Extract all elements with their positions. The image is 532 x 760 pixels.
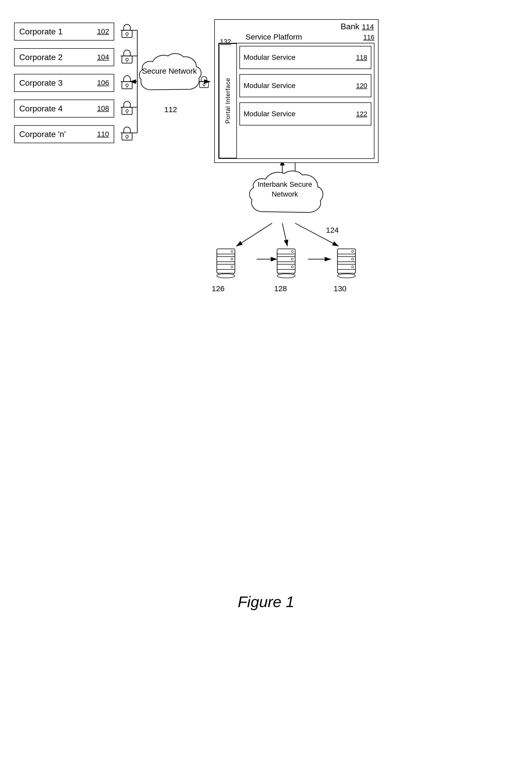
corporate-1-ref: 102 [97, 27, 109, 36]
svg-point-52 [277, 274, 295, 278]
svg-point-33 [203, 83, 205, 86]
modular-service-120-ref: 120 [356, 82, 367, 90]
svg-rect-38 [217, 264, 235, 269]
corporate-n-ref: 110 [97, 130, 109, 138]
bank-header: Bank 114 [341, 22, 374, 31]
lock-4-icon [118, 99, 136, 117]
svg-rect-36 [217, 249, 235, 254]
bank-outer-box: Bank 114 Service Platform 116 Portal Int… [214, 19, 378, 163]
svg-rect-45 [277, 249, 295, 254]
ref-124: 124 [326, 226, 339, 234]
bank-label: Bank [341, 22, 359, 31]
service-platform-header: Service Platform 116 [246, 32, 374, 41]
svg-point-21 [126, 58, 128, 61]
ref-130: 130 [334, 284, 347, 293]
svg-line-13 [282, 223, 287, 246]
svg-line-12 [236, 223, 272, 246]
service-platform-ref: 116 [363, 33, 374, 41]
corporate-3-box: Corporate 3 106 [14, 74, 114, 92]
secure-network-label: Secure Network [139, 67, 200, 75]
ref-128: 128 [274, 284, 287, 293]
corporate-3-ref: 106 [97, 79, 109, 87]
svg-point-27 [126, 110, 128, 112]
lock-cloud-icon [196, 74, 212, 90]
svg-rect-46 [277, 257, 295, 262]
diagram-container: Corporate 1 102 Corporate 2 104 Corporat… [0, 0, 532, 641]
portal-interface-box: Portal Interface [219, 43, 237, 158]
bank-ref: 114 [362, 23, 374, 31]
svg-rect-56 [337, 264, 356, 269]
corporate-4-ref: 108 [97, 104, 109, 113]
corporate-2-ref: 104 [97, 53, 109, 61]
corporate-4-box: Corporate 4 108 [14, 100, 114, 118]
modular-service-118-label: Modular Service [244, 53, 354, 62]
svg-point-24 [126, 84, 128, 86]
bank-inner-box: Portal Interface 132 Modular Service 118… [218, 43, 374, 159]
modular-service-118-ref: 118 [356, 54, 367, 62]
server-128-icon [271, 244, 304, 282]
portal-ref: 132 [220, 38, 231, 46]
interbank-label: Interbank SecureNetwork [250, 180, 319, 199]
corporate-n-box: Corporate 'n' 110 [14, 125, 114, 143]
svg-rect-54 [337, 249, 356, 254]
server-126-icon [211, 244, 244, 282]
corporate-2-box: Corporate 2 104 [14, 48, 114, 66]
lock-n-icon [118, 125, 136, 143]
ref-112: 112 [164, 105, 177, 114]
lock-2-icon [118, 48, 136, 66]
svg-point-43 [217, 274, 235, 278]
ref-126: 126 [212, 284, 224, 293]
server-130-icon [331, 244, 364, 282]
modular-service-122-ref: 122 [356, 110, 367, 118]
modular-service-120-box: Modular Service 120 [239, 74, 371, 97]
secure-network-cloud [136, 51, 203, 103]
svg-point-30 [126, 135, 128, 138]
figure-label: Figure 1 [0, 593, 532, 611]
service-platform-label: Service Platform [246, 32, 361, 41]
portal-interface-label: Portal Interface [224, 78, 231, 124]
modular-service-122-box: Modular Service 122 [239, 102, 371, 125]
svg-rect-37 [217, 257, 235, 262]
corporate-1-label: Corporate 1 [19, 27, 94, 36]
lock-3-icon [118, 73, 136, 91]
corporate-n-label: Corporate 'n' [19, 129, 94, 139]
svg-point-61 [337, 274, 356, 278]
corporate-1-box: Corporate 1 102 [14, 23, 114, 40]
modular-service-120-label: Modular Service [244, 81, 354, 90]
svg-point-18 [126, 32, 128, 35]
corporate-3-label: Corporate 3 [19, 78, 94, 88]
svg-rect-55 [337, 257, 356, 262]
modular-service-118-box: Modular Service 118 [239, 46, 371, 69]
lock-1-icon [118, 22, 136, 40]
modular-service-122-label: Modular Service [244, 110, 354, 118]
corporate-2-label: Corporate 2 [19, 53, 94, 62]
svg-rect-47 [277, 264, 295, 269]
corporate-4-label: Corporate 4 [19, 104, 94, 114]
